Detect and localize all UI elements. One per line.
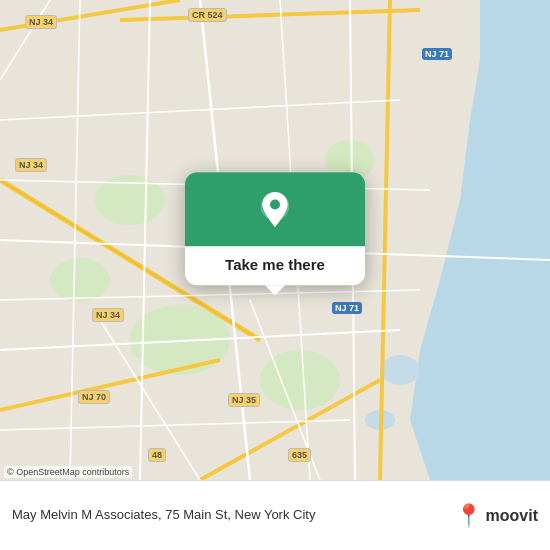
svg-point-8	[260, 350, 340, 410]
take-me-there-label[interactable]: Take me there	[211, 246, 339, 285]
road-label-nj71-top: NJ 71	[422, 48, 452, 60]
map-container: NJ 34 CR 524 NJ 71 NJ 34 NJ 34 NJ 71 NJ …	[0, 0, 550, 480]
road-label-48: 48	[148, 448, 166, 462]
road-label-nj71-mid: NJ 71	[332, 302, 362, 314]
svg-point-34	[270, 199, 280, 209]
road-label-nj34-top: NJ 34	[25, 15, 57, 29]
svg-point-10	[50, 258, 110, 302]
svg-point-4	[445, 370, 495, 410]
bottom-bar: May Melvin M Associates, 75 Main St, New…	[0, 480, 550, 550]
road-label-nj34-mid: NJ 34	[15, 158, 47, 172]
svg-point-5	[380, 355, 420, 385]
card-icon-area	[185, 172, 365, 246]
take-me-there-card[interactable]: Take me there	[185, 172, 365, 285]
road-label-635: 635	[288, 448, 311, 462]
moovit-text: moovit	[486, 507, 538, 525]
moovit-pin-icon: 📍	[455, 503, 482, 529]
svg-point-3	[450, 310, 530, 370]
road-label-nj35: NJ 35	[228, 393, 260, 407]
location-pin-icon	[254, 190, 296, 232]
osm-attribution: © OpenStreetMap contributors	[4, 466, 132, 478]
road-label-nj34-lower: NJ 34	[92, 308, 124, 322]
place-name: May Melvin M Associates, 75 Main St, New…	[12, 507, 445, 524]
road-label-cr524: CR 524	[188, 8, 227, 22]
road-label-nj70: NJ 70	[78, 390, 110, 404]
moovit-logo: 📍 moovit	[455, 503, 538, 529]
